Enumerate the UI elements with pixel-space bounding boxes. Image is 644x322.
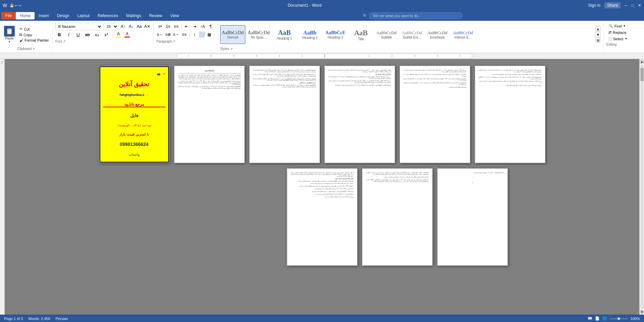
page-1[interactable]: 📷 ✈ تحقیق آنلاین Tahghighonline.ir ← مرج…	[99, 66, 169, 163]
vertical-ruler: 30	[0, 59, 5, 315]
style-title-label: Title	[358, 37, 364, 41]
page-6[interactable]: شما می‌خواهید ادعا کنید که قانون فانوس و…	[475, 66, 545, 163]
align-center-button[interactable]: ≡⊕	[164, 31, 172, 38]
show-formatting-button[interactable]: ¶	[207, 23, 214, 30]
menu-file[interactable]: File	[1, 12, 16, 19]
menu-home[interactable]: Home	[16, 12, 35, 19]
print-layout-icon[interactable]: 📄	[595, 316, 600, 321]
borders-button[interactable]: ▦	[206, 31, 213, 38]
shading-button[interactable]	[199, 32, 205, 38]
style-h2-label: Heading 2	[302, 36, 318, 40]
clear-formatting-button[interactable]: A✕	[144, 23, 151, 30]
share-button[interactable]: Share	[604, 2, 621, 8]
styles-scroll-down[interactable]: ▼	[595, 32, 601, 37]
menu-layout[interactable]: Layout	[73, 12, 94, 19]
scroll-down-button[interactable]: ▼	[640, 310, 644, 314]
style-title[interactable]: AaB Title	[348, 25, 373, 44]
page-9[interactable]: قراردادهای فضایی در ایران که در طول تاری…	[437, 168, 508, 266]
style-emphasis-preview: AaBbCcDd	[428, 30, 447, 36]
copy-icon: ⧉	[19, 33, 22, 37]
search-input[interactable]	[369, 12, 463, 19]
font-size-select[interactable]: 15	[104, 23, 118, 30]
style-h3-preview: AaBbCcE	[325, 30, 345, 36]
ruler-center-mark	[324, 54, 325, 58]
select-button[interactable]: ⬚ Select ▼	[606, 36, 641, 42]
increase-font-button[interactable]: A↑	[120, 23, 127, 30]
style-no-spacing[interactable]: AaBbCcDd No Spac...	[246, 25, 271, 44]
bullets-button[interactable]: ≡•	[156, 23, 164, 30]
find-button[interactable]: 🔍 Find ▼	[606, 23, 641, 29]
styles-scroll-up[interactable]: ▲	[595, 26, 601, 32]
select-dropdown-icon: ▼	[625, 37, 628, 40]
document-scroll-area[interactable]: 📷 ✈ تحقیق آنلاین Tahghighonline.ir ← مرج…	[5, 59, 639, 315]
menu-insert[interactable]: Insert	[35, 12, 53, 19]
bold-button[interactable]: B	[55, 31, 63, 38]
minimize-button[interactable]: ─	[625, 3, 628, 8]
style-heading1[interactable]: AaB Heading 1	[272, 25, 297, 44]
page-7[interactable]: ۷ نظر به مقتضیات سیاسی، احرار ضروری بود …	[287, 168, 357, 266]
scrollbar-vertical[interactable]: ▲ ▼	[639, 59, 644, 315]
strikethrough-button[interactable]: ab	[84, 31, 92, 38]
align-left-button[interactable]: ≡←	[156, 31, 164, 38]
styles-expand-icon[interactable]: ↗	[230, 47, 233, 51]
align-right-button[interactable]: ≡→	[172, 31, 180, 38]
superscript-button[interactable]: x²	[102, 31, 110, 38]
style-normal[interactable]: AaBbCcDd Normal	[220, 25, 245, 44]
style-subtitle[interactable]: AaBbCcDd Subtitle	[374, 25, 399, 44]
menu-references[interactable]: References	[94, 12, 122, 19]
copy-button[interactable]: ⧉ Copy	[18, 32, 50, 37]
close-button[interactable]: ✕	[638, 3, 641, 8]
page-5[interactable]: در سال ۱۳۴۳ در ایران رویداد مهمی رخ داد.…	[400, 66, 470, 163]
italic-button[interactable]: I	[65, 31, 73, 38]
menu-design[interactable]: Design	[53, 12, 73, 19]
numbering-button[interactable]: 1≡	[164, 23, 172, 30]
style-subtle-em[interactable]: AaBbCcDd Subtle Em...	[399, 25, 424, 44]
page-8[interactable]: سپاسگزاره، حکمت دانش فلسفی در مورد اجتما…	[362, 168, 433, 266]
text-highlight-button[interactable]: A	[115, 31, 122, 38]
para-top-row: ≡• 1≡ ≡≡ ⇤ ⇥ ↕A ¶	[156, 23, 214, 30]
signin-button[interactable]: Sign in	[588, 3, 600, 8]
replace-button[interactable]: ⇄ Replace	[606, 29, 641, 36]
zoom-slider[interactable]: ——◉——	[610, 316, 628, 321]
font-color-bar	[125, 37, 130, 38]
line-spacing-button[interactable]: ↕	[191, 31, 198, 38]
decrease-indent-button[interactable]: ⇤	[183, 23, 190, 30]
sort-button[interactable]: ↕A	[199, 23, 206, 30]
font-family-select[interactable]: B Nazanin	[55, 23, 102, 30]
maximize-button[interactable]: □	[632, 3, 634, 8]
justify-button[interactable]: ≡≡	[181, 31, 188, 38]
menu-mailings[interactable]: Mailings	[122, 12, 145, 19]
paragraph-expand-icon[interactable]: ↗	[172, 40, 175, 43]
paste-button[interactable]: 📋 Paste ▼	[2, 25, 17, 44]
style-intense-e[interactable]: AaBbCcDd Intense E...	[450, 25, 475, 44]
page-2[interactable]: کاپیتولاسیون کاپیتولاسیون، که آن را حق ق…	[174, 66, 245, 163]
ad-telegram: ✈	[163, 72, 165, 75]
web-layout-icon[interactable]: 🌐	[602, 316, 607, 321]
style-subtle-label: Subtle Em...	[403, 36, 421, 39]
read-mode-icon[interactable]: 📖	[588, 316, 592, 321]
separator	[189, 31, 190, 38]
menu-review[interactable]: Review	[145, 12, 166, 19]
cut-button[interactable]: ✂ Cut	[18, 26, 50, 32]
subscript-button[interactable]: x₂	[93, 31, 101, 38]
multilevel-list-button[interactable]: ≡≡	[172, 23, 180, 30]
page-4[interactable]: سیاست کاپیتولاسیون در ایران در سال ۱۳۰۰ …	[325, 66, 395, 163]
change-case-button[interactable]: Aa	[136, 23, 143, 30]
font-color-button[interactable]: A	[123, 31, 131, 38]
menu-view[interactable]: View	[166, 12, 183, 19]
increase-indent-button[interactable]: ⇥	[191, 23, 198, 30]
decrease-font-button[interactable]: A↓	[128, 23, 135, 30]
styles-expand[interactable]: ⊞	[595, 38, 601, 43]
style-heading3[interactable]: AaBbCcE Heading 3	[323, 25, 348, 44]
style-emphasis[interactable]: AaBbCcDd Emphasis	[425, 25, 450, 44]
clipboard-label: Clipboard ↗	[17, 47, 35, 51]
page-3[interactable]: موضوع کاپیتولاسیون در ایران دارای تاریخچ…	[249, 66, 320, 163]
scroll-up-button[interactable]: ▲	[640, 60, 644, 64]
font-expand-icon[interactable]: ↗	[63, 40, 65, 43]
page-row-1: 📷 ✈ تحقیق آنلاین Tahghighonline.ir ← مرج…	[99, 66, 545, 163]
underline-button[interactable]: U	[74, 31, 82, 38]
scroll-thumb[interactable]	[640, 68, 644, 81]
style-heading2[interactable]: AaBb Heading 2	[297, 25, 322, 44]
clipboard-expand-icon[interactable]: ↗	[32, 47, 35, 51]
format-painter-button[interactable]: 🖌 Format Painter	[18, 38, 50, 43]
